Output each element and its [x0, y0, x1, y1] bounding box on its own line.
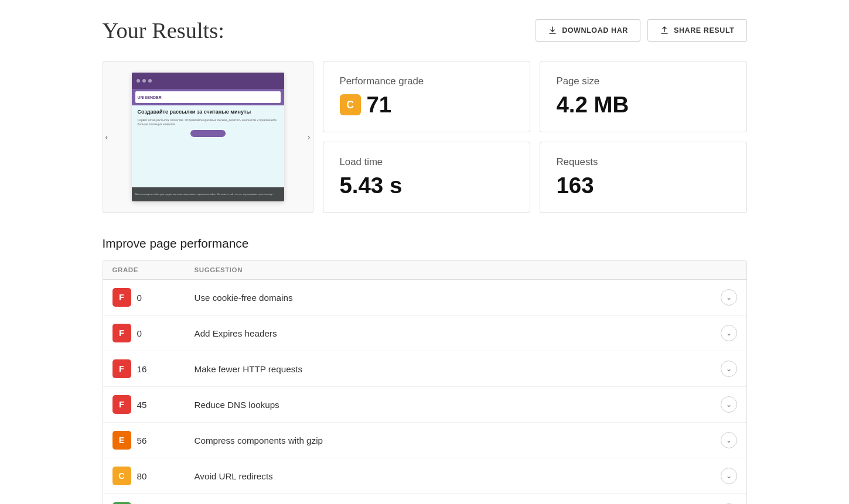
download-icon: [548, 26, 557, 35]
grade-pill: E: [112, 431, 131, 450]
header-buttons: DOWNLOAD HAR SHARE RESULT: [536, 19, 746, 42]
row-grade: F 0: [112, 324, 195, 342]
expand-button[interactable]: ⌄: [721, 396, 737, 413]
content-area: Создавайте рассылки за считаные минуты С…: [132, 105, 284, 140]
requests-label: Requests: [557, 156, 730, 168]
performance-value: C 71: [340, 92, 513, 118]
performance-card: Performance grade C 71: [323, 61, 530, 132]
page-title: Your Results:: [103, 18, 224, 43]
row-score: 45: [137, 400, 147, 410]
row-grade: F 0: [112, 288, 195, 307]
row-suggestion: Avoid URL redirects: [195, 471, 714, 481]
table-row: C 80 Avoid URL redirects ⌄: [103, 458, 746, 494]
requests-value: 163: [557, 173, 730, 198]
logo-text: UNISENDER: [138, 95, 162, 100]
dot: [142, 79, 146, 83]
logo-area: UNISENDER: [135, 91, 281, 103]
top-bar: [132, 73, 284, 89]
row-score: 0: [137, 328, 142, 338]
grade-pill: C: [112, 467, 131, 485]
share-icon: [660, 26, 669, 35]
fake-screenshot: UNISENDER Создавайте рассылки за считаны…: [132, 73, 284, 201]
row-suggestion: Make fewer HTTP requests: [195, 364, 714, 374]
page-size-value: 4.2 MB: [557, 92, 730, 118]
performance-label: Performance grade: [340, 76, 513, 87]
table-row: F 45 Reduce DNS lookups ⌄: [103, 387, 746, 423]
dot: [137, 79, 140, 83]
expand-button[interactable]: ⌄: [721, 432, 737, 448]
expand-button[interactable]: ⌄: [721, 361, 737, 377]
table-row: E 56 Compress components with gzip ⌄: [103, 423, 746, 458]
row-score: 0: [137, 293, 142, 303]
row-suggestion: Add Expires headers: [195, 328, 714, 338]
page-size-card: Page size 4.2 MB: [540, 61, 747, 132]
table-header: GRADE SUGGESTION: [103, 260, 746, 280]
row-grade: F 45: [112, 395, 195, 414]
section-title: Improve page performance: [103, 236, 747, 251]
row-suggestion: Reduce DNS lookups: [195, 400, 714, 410]
download-har-button[interactable]: DOWNLOAD HAR: [536, 19, 640, 42]
requests-card: Requests 163: [540, 142, 747, 213]
col-grade-header: GRADE: [112, 266, 195, 273]
row-grade: C 80: [112, 467, 195, 485]
grade-pill: F: [112, 359, 131, 378]
rows-container: F 0 Use cookie-free domains ⌄ F 0 Add Ex…: [103, 280, 746, 504]
table-row: F 0 Use cookie-free domains ⌄: [103, 280, 746, 316]
bottom-bar: Мы используем cookie для предоставления …: [132, 187, 284, 201]
row-suggestion: Use cookie-free domains: [195, 293, 714, 303]
body-text: Сервис email-рассылок Unisender. Отправл…: [138, 118, 278, 126]
cta-button: [190, 130, 226, 137]
row-grade: E 56: [112, 431, 195, 450]
load-time-card: Load time 5.43 s: [323, 142, 530, 213]
page-size-label: Page size: [557, 76, 730, 87]
screenshot-next[interactable]: ›: [308, 132, 311, 142]
row-score: 56: [137, 436, 147, 445]
grade-pill: F: [112, 324, 131, 342]
headline: Создавайте рассылки за считаные минуты: [138, 109, 278, 116]
row-score: 16: [137, 364, 147, 374]
table-row: F 0 Add Expires headers ⌄: [103, 316, 746, 351]
table-row: A 100 Avoid empty src or href ⌄: [103, 494, 746, 504]
screenshot-card: ‹ UNISENDER Создавайте рассылки за счита…: [103, 61, 313, 213]
load-time-value: 5.43 s: [340, 173, 513, 198]
bottom-text: Мы используем cookie для предоставления …: [135, 193, 274, 196]
load-time-label: Load time: [340, 156, 513, 168]
perf-table: GRADE SUGGESTION F 0 Use cookie-free dom…: [103, 260, 747, 504]
row-grade: F 16: [112, 359, 195, 378]
grade-pill: F: [112, 395, 131, 414]
main-content: ‹ UNISENDER Создавайте рассылки за счита…: [103, 61, 747, 504]
performance-score: 71: [367, 92, 392, 118]
expand-button[interactable]: ⌄: [721, 468, 737, 484]
stats-row: ‹ UNISENDER Создавайте рассылки за счита…: [103, 61, 747, 213]
screenshot-inner: ‹ UNISENDER Создавайте рассылки за счита…: [103, 61, 313, 212]
grade-pill: F: [112, 288, 131, 307]
performance-grade-badge: C: [340, 94, 361, 115]
table-row: F 16 Make fewer HTTP requests ⌄: [103, 351, 746, 387]
share-result-button[interactable]: SHARE RESULT: [647, 19, 747, 42]
row-score: 80: [137, 471, 147, 481]
expand-button[interactable]: ⌄: [721, 325, 737, 341]
screenshot-prev[interactable]: ‹: [105, 132, 108, 142]
dot: [148, 79, 152, 83]
col-suggestion-header: SUGGESTION: [195, 266, 714, 273]
row-suggestion: Compress components with gzip: [195, 436, 714, 445]
expand-button[interactable]: ⌄: [721, 289, 737, 306]
